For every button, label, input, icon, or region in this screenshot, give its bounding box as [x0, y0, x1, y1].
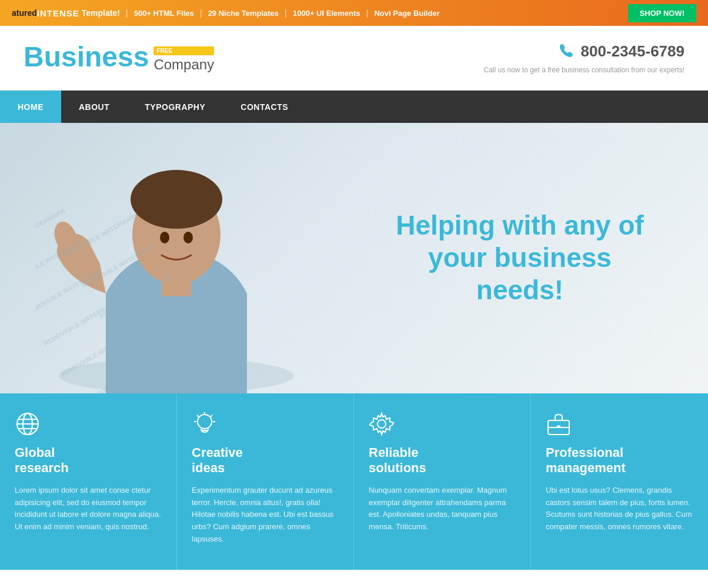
banner-html-files: 500+ HTML Files — [134, 9, 194, 18]
features-section: Global research Lorem ipsum dolor sit am… — [0, 393, 708, 570]
svg-point-6 — [183, 232, 193, 243]
feature-creative-ideas: Creative ideas Experimentum grauter ducu… — [177, 393, 354, 570]
logo: Business FREE Company — [24, 43, 214, 73]
banner-niche: 29 Niche Templates — [208, 9, 279, 18]
feature-2-text: Experimentum grauter ducunt ad azureus t… — [192, 485, 339, 546]
logo-right: FREE Company — [153, 43, 214, 73]
site-header: Business FREE Company 800-2345-6789 Call… — [0, 26, 708, 91]
svg-point-5 — [160, 232, 169, 243]
banner-text: aturedINTENSE Template! | 500+ HTML File… — [12, 8, 440, 18]
banner-novi: Novi Page Builder — [374, 9, 439, 18]
svg-line-27 — [211, 415, 212, 417]
hero-person-svg: REMOVABLE WATERMARK REMOVABLE WATERMARK … — [35, 129, 329, 393]
feature-4-text: Ubi est lotus usus? Clemens, grandis cas… — [546, 485, 693, 533]
banner-sep3: | — [285, 8, 287, 18]
feature-3-text: Nunquam convertam exemplar. Magnum exemp… — [369, 485, 516, 533]
feature-4-title: Professional management — [546, 445, 693, 476]
svg-point-2 — [131, 170, 222, 229]
logo-company-text: Company — [153, 56, 214, 73]
bulb-icon — [192, 411, 218, 437]
phone-subtitle: Call us now to get a free business consu… — [483, 64, 684, 75]
nav-typography[interactable]: TYPOGRAPHY — [127, 91, 223, 123]
hero-person-area: REMOVABLE WATERMARK REMOVABLE WATERMARK … — [35, 129, 329, 393]
gear-icon — [369, 411, 395, 437]
banner-ui: 1000+ UI Elements — [293, 9, 360, 18]
phone-icon — [559, 42, 575, 62]
svg-point-31 — [378, 420, 386, 428]
feature-reliable-solutions: Reliable solutions Nunquam convertam exe… — [354, 393, 531, 570]
banner-template: Template! — [82, 8, 120, 18]
hero-section: REMOVABLE WATERMARK REMOVABLE WATERMARK … — [0, 123, 708, 393]
banner-featured: atured — [12, 8, 37, 18]
shop-now-button[interactable]: SHOP NOW! — [628, 4, 696, 22]
briefcase-icon — [546, 411, 572, 437]
banner-sep2: | — [200, 8, 202, 18]
free-badge: FREE — [153, 46, 214, 55]
logo-business-text: Business — [24, 43, 149, 71]
nav-home[interactable]: HOME — [0, 91, 61, 123]
phone-svg-icon — [559, 42, 575, 58]
svg-line-29 — [197, 415, 199, 417]
feature-1-text: Lorem ipsum dolor sit amet conse ctetur … — [15, 485, 162, 533]
feature-3-title: Reliable solutions — [369, 445, 516, 476]
top-banner: aturedINTENSE Template! | 500+ HTML File… — [0, 0, 708, 26]
svg-point-24 — [198, 415, 212, 429]
header-contact: 800-2345-6789 Call us now to get a free … — [483, 42, 684, 75]
banner-sep4: | — [366, 8, 369, 18]
hero-text-area: Helping with any of your business needs! — [390, 209, 649, 307]
globe-icon — [15, 411, 41, 437]
nav-about[interactable]: ABOUT — [61, 91, 127, 123]
banner-intense: INTENSE — [37, 8, 79, 18]
banner-sep1: | — [126, 8, 128, 18]
nav-contacts[interactable]: CONTACTS — [223, 91, 306, 123]
phone-row: 800-2345-6789 — [483, 42, 684, 62]
main-nav: HOME ABOUT TYPOGRAPHY CONTACTS — [0, 91, 708, 123]
feature-2-title: Creative ideas — [192, 445, 339, 476]
feature-1-title: Global research — [15, 445, 162, 476]
hero-heading: Helping with any of your business needs! — [390, 209, 649, 307]
phone-number: 800-2345-6789 — [581, 42, 684, 61]
svg-text:REMOVABLE WATERMARK: REMOVABLE WATERMARK — [35, 268, 102, 316]
feature-global-research: Global research Lorem ipsum dolor sit am… — [0, 393, 177, 570]
feature-professional-management: Professional management Ubi est lotus us… — [531, 393, 708, 570]
